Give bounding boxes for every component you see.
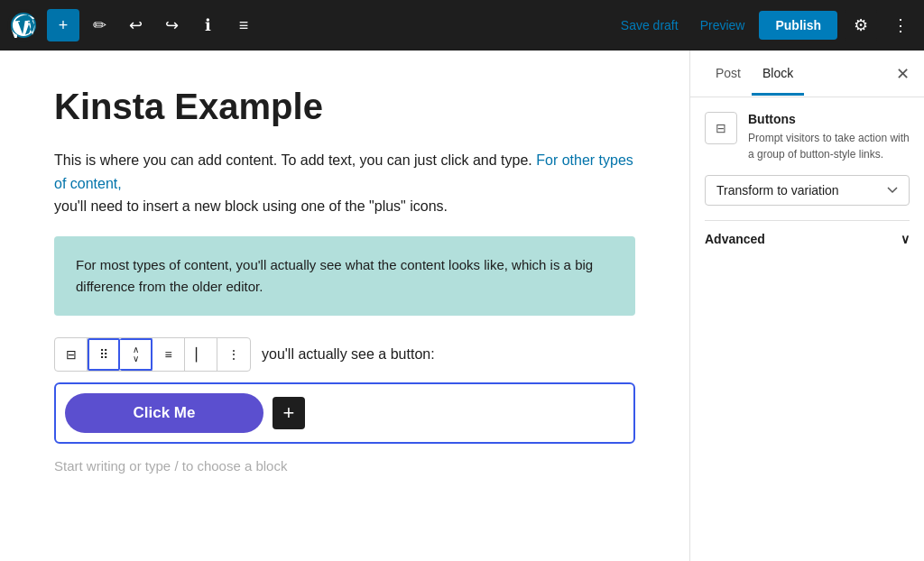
transform-select[interactable]: Transform to variation — [705, 175, 910, 206]
sidebar-content: ⊟ Buttons Prompt visitors to take action… — [690, 97, 924, 561]
info-toolbar-button[interactable]: ℹ — [191, 9, 224, 41]
block-info-text: Buttons Prompt visitors to take action w… — [748, 112, 910, 162]
buttons-block-icon: ⊟ — [716, 121, 726, 135]
gear-icon: ⚙ — [854, 15, 868, 35]
block-toolbar: ⊟ ⠿ ∧∨ ≡ ▏ ⋮ — [54, 337, 251, 372]
post-title[interactable]: Kinsta Example — [54, 87, 635, 127]
block-description: Prompt visitors to take action with a gr… — [748, 130, 910, 162]
advanced-label: Advanced — [705, 232, 765, 246]
align-center-button[interactable]: ≡ — [152, 338, 185, 371]
undo-icon: ↩ — [129, 15, 143, 35]
drag-handle-button[interactable]: ⠿ — [88, 338, 120, 371]
quote-text: For most types of content, you'll actual… — [76, 257, 593, 294]
add-block-toolbar-button[interactable]: + — [47, 9, 79, 41]
advanced-section[interactable]: Advanced ∨ — [705, 220, 910, 257]
chevron-down-icon: ∨ — [901, 232, 910, 246]
edit-toolbar-button[interactable]: ✏ — [83, 9, 116, 41]
up-down-icon: ∧∨ — [133, 345, 139, 363]
quote-block: For most types of content, you'll actual… — [54, 236, 635, 316]
block-icon: ⊟ — [705, 112, 737, 144]
plus-icon: + — [59, 16, 69, 35]
preview-button[interactable]: Preview — [693, 13, 753, 38]
button-block-wrapper: Click Me + — [54, 382, 635, 444]
toolbar-right-actions: Save draft Preview Publish ⚙ ⋮ — [614, 9, 917, 41]
save-draft-button[interactable]: Save draft — [614, 13, 686, 38]
redo-icon: ↪ — [165, 15, 179, 35]
align-left-icon: ▏ — [196, 347, 206, 362]
add-inner-block-icon: + — [283, 401, 295, 425]
edit-icon: ✏ — [93, 15, 106, 35]
info-icon: ℹ — [205, 15, 211, 35]
main-toolbar: + ✏ ↩ ↪ ℹ ≡ Save draft Preview Publish ⚙… — [0, 0, 924, 51]
settings-button[interactable]: ⚙ — [845, 9, 877, 41]
sidebar: Post Block ✕ ⊟ Buttons Prompt visitors t… — [689, 51, 924, 561]
post-body-text: This is where you can add content. To ad… — [54, 149, 635, 218]
block-toolbar-row: ⊟ ⠿ ∧∨ ≡ ▏ ⋮ y — [54, 337, 635, 372]
editor-area[interactable]: Kinsta Example This is where you can add… — [0, 51, 689, 561]
click-me-button[interactable]: Click Me — [65, 393, 263, 433]
move-up-down-button[interactable]: ∧∨ — [120, 338, 152, 371]
drag-icon: ⠿ — [99, 347, 108, 362]
tab-block[interactable]: Block — [752, 53, 804, 96]
redo-toolbar-button[interactable]: ↪ — [155, 9, 188, 41]
align-left-button[interactable]: ▏ — [185, 338, 217, 371]
block-name: Buttons — [748, 112, 910, 126]
ellipsis-icon: ⋮ — [892, 15, 909, 35]
wp-logo[interactable] — [7, 9, 40, 41]
tab-post[interactable]: Post — [705, 53, 752, 96]
main-area: Kinsta Example This is where you can add… — [0, 51, 924, 561]
publish-button[interactable]: Publish — [759, 11, 837, 40]
add-inner-block-button[interactable]: + — [273, 397, 305, 429]
more-block-icon: ⋮ — [227, 347, 240, 362]
body-text-start: This is where you can add content. To ad… — [54, 152, 532, 168]
button-inline-text: you'll actually see a button: — [262, 346, 435, 363]
block-info: ⊟ Buttons Prompt visitors to take action… — [705, 112, 910, 162]
list-view-toolbar-button[interactable]: ≡ — [227, 9, 260, 41]
block-type-button[interactable]: ⊟ — [55, 338, 88, 371]
sidebar-tabs: Post Block ✕ — [690, 51, 924, 97]
sidebar-close-button[interactable]: ✕ — [896, 64, 910, 84]
block-type-icon: ⊟ — [66, 347, 77, 362]
more-block-options-button[interactable]: ⋮ — [217, 338, 250, 371]
body-text-end: you'll need to insert a new block using … — [54, 198, 448, 214]
start-writing-hint[interactable]: Start writing or type / to choose a bloc… — [54, 458, 635, 474]
list-icon: ≡ — [239, 16, 249, 35]
more-options-button[interactable]: ⋮ — [884, 9, 917, 41]
undo-toolbar-button[interactable]: ↩ — [119, 9, 152, 41]
align-center-icon: ≡ — [164, 347, 171, 362]
close-icon: ✕ — [896, 64, 910, 84]
